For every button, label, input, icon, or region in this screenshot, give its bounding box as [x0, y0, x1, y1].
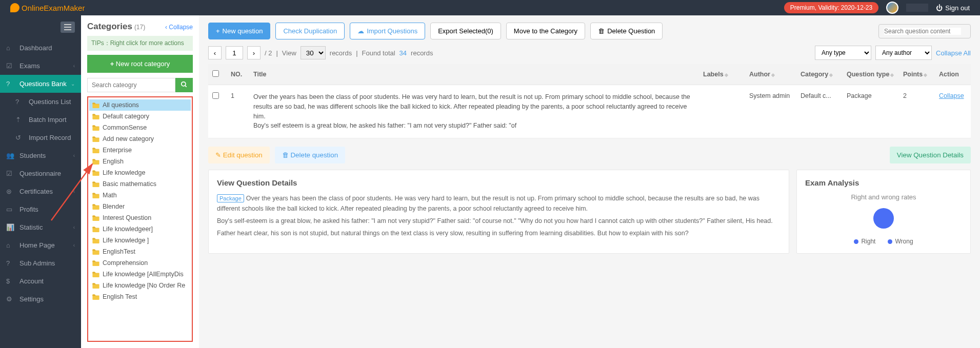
- category-item[interactable]: Interest Question: [89, 212, 191, 223]
- folder-icon: [92, 238, 99, 243]
- svg-line-1: [185, 85, 187, 87]
- nav-item-home-page[interactable]: ⌂Home Page‹: [0, 236, 81, 254]
- sort-icon[interactable]: ◆: [924, 72, 927, 77]
- author-filter-select[interactable]: Any author: [875, 46, 932, 60]
- sidebar-toggle[interactable]: [61, 22, 75, 33]
- history-icon: ↺: [15, 134, 25, 141]
- category-item[interactable]: Math: [89, 190, 191, 201]
- nav-item-sub-admins[interactable]: ?Sub Admins: [0, 254, 81, 272]
- svg-point-0: [182, 81, 186, 86]
- trash-icon: 🗑: [282, 151, 291, 159]
- nav-item-batch-import[interactable]: ⇡Batch Import: [0, 111, 81, 129]
- type-filter-select[interactable]: Any type: [815, 46, 871, 60]
- question-title-cell: Over the years has been the class of poo…: [249, 85, 699, 138]
- folder-icon: [92, 215, 99, 221]
- row-checkbox[interactable]: [212, 92, 219, 99]
- new-question-button[interactable]: +New question: [208, 23, 270, 39]
- category-item[interactable]: Life knowledge [No Order Re: [89, 280, 191, 291]
- category-item[interactable]: Life knowledgeer]: [89, 223, 191, 235]
- nav-item-exams[interactable]: ☑Exams‹: [0, 57, 81, 75]
- folder-icon: [92, 193, 99, 198]
- clipboard-icon: ☑: [6, 170, 15, 177]
- nav-item-profits[interactable]: ▭Profits: [0, 200, 81, 218]
- export-selected-button[interactable]: Export Selected(0): [430, 23, 501, 39]
- category-item[interactable]: Life knowledge ]: [89, 235, 191, 246]
- collapse-all-link[interactable]: Collapse All: [936, 49, 971, 57]
- category-item[interactable]: Blender: [89, 201, 191, 212]
- next-page-button[interactable]: ›: [247, 46, 261, 59]
- categories-panel: Categories (17) Collapse TIPs：Right clic…: [81, 15, 199, 348]
- new-root-category-button[interactable]: New root category: [87, 55, 193, 73]
- page-input[interactable]: [226, 46, 243, 59]
- select-all-checkbox[interactable]: [212, 70, 219, 77]
- category-item[interactable]: Life knowledge [AllEmptyDis: [89, 269, 191, 280]
- records-per-page-select[interactable]: 30: [301, 46, 326, 59]
- category-item[interactable]: English Test: [89, 291, 191, 302]
- pie-chart: [873, 208, 894, 229]
- sort-icon[interactable]: ◆: [890, 72, 894, 77]
- legend-dot-right: [854, 239, 858, 244]
- chart-title: Right and wrong rates: [805, 193, 962, 201]
- sort-icon[interactable]: ◆: [771, 72, 775, 77]
- signout-button[interactable]: ⏻ Sign out: [936, 4, 970, 12]
- category-item[interactable]: CommonSense: [89, 122, 191, 133]
- category-item[interactable]: English: [89, 156, 191, 167]
- nav-item-certificates[interactable]: ⊛Certificates‹: [0, 182, 81, 200]
- legend-dot-wrong: [888, 239, 892, 244]
- prev-page-button[interactable]: ‹: [208, 46, 222, 59]
- nav-item-account[interactable]: $Account: [0, 272, 81, 290]
- nav-item-questionnaire[interactable]: ☑Questionnaire: [0, 165, 81, 182]
- category-item[interactable]: Enterprise: [89, 145, 191, 156]
- category-search-input[interactable]: [87, 78, 175, 92]
- nav-item-statistic[interactable]: 📊Statistic‹: [0, 218, 81, 236]
- category-item[interactable]: Comprehension: [89, 257, 191, 269]
- upload-icon: ⇡: [15, 116, 25, 124]
- app-header: OnlineExamMaker Premium, Validity: 2020-…: [0, 0, 980, 15]
- chart-legend: Right Wrong: [805, 238, 962, 245]
- nav-item-students[interactable]: 👥Students‹: [0, 147, 81, 165]
- nav-item-dashboard[interactable]: ⌂Dashboard: [0, 39, 81, 57]
- collapse-row-link[interactable]: Collapse: [939, 92, 964, 99]
- delete-question-button[interactable]: 🗑Delete Question: [590, 23, 663, 39]
- row-actions: ✎ Edit question 🗑 Delete question View Q…: [208, 147, 971, 163]
- move-category-button[interactable]: Move to the Category: [506, 23, 585, 39]
- sort-icon[interactable]: ◆: [725, 72, 728, 77]
- category-item[interactable]: Basic mathematics: [89, 178, 191, 190]
- category-item[interactable]: EnglishTest: [89, 246, 191, 257]
- package-tag: Package: [217, 194, 244, 202]
- nav-item-questions-list[interactable]: ?Questions List: [0, 93, 81, 111]
- pager-row: ‹ › / 2 | View 30 records | Found total …: [208, 46, 971, 60]
- nav-item-import-record[interactable]: ↺Import Record: [0, 129, 81, 147]
- chevron-icon: ‹: [73, 224, 75, 230]
- brand-text: OnlineExamMaker: [22, 4, 85, 12]
- category-item[interactable]: Add new category: [89, 133, 191, 145]
- sort-icon[interactable]: ◆: [829, 72, 833, 77]
- avatar[interactable]: [886, 2, 898, 14]
- pencil-icon: ✎: [215, 151, 223, 159]
- import-questions-button[interactable]: ☁Import Questions: [350, 23, 425, 39]
- help-icon: ?: [15, 98, 25, 106]
- trash-icon: 🗑: [598, 27, 605, 35]
- nav-item-settings[interactable]: ⚙Settings: [0, 290, 81, 308]
- table-row: 1 Over the years has been the class of p…: [208, 85, 971, 138]
- check-duplication-button[interactable]: Check Duplication: [275, 23, 345, 39]
- check-icon: ☑: [6, 62, 15, 70]
- edit-question-button[interactable]: ✎ Edit question: [208, 147, 270, 163]
- toolbar: +New question Check Duplication ☁Import …: [208, 23, 971, 39]
- view-question-details-button[interactable]: View Question Details: [890, 147, 971, 163]
- category-item[interactable]: Life knowledge: [89, 167, 191, 178]
- categories-collapse-link[interactable]: Collapse: [165, 24, 193, 31]
- admin-icon: ?: [6, 259, 15, 267]
- category-item[interactable]: Default category: [89, 111, 191, 122]
- category-search-button[interactable]: [175, 78, 193, 92]
- card-icon: ▭: [6, 206, 15, 213]
- users-icon: 👥: [6, 152, 15, 159]
- folder-icon: [92, 294, 99, 300]
- delete-question-row-button[interactable]: 🗑 Delete question: [275, 147, 345, 163]
- stats-icon: 📊: [6, 223, 15, 231]
- folder-icon: [92, 283, 99, 289]
- nav-item-questions-bank[interactable]: ?Questions Bank⌄: [0, 75, 81, 93]
- chevron-icon: ⌄: [71, 81, 75, 87]
- question-search-input[interactable]: [884, 28, 961, 35]
- category-item[interactable]: All questions: [89, 99, 191, 111]
